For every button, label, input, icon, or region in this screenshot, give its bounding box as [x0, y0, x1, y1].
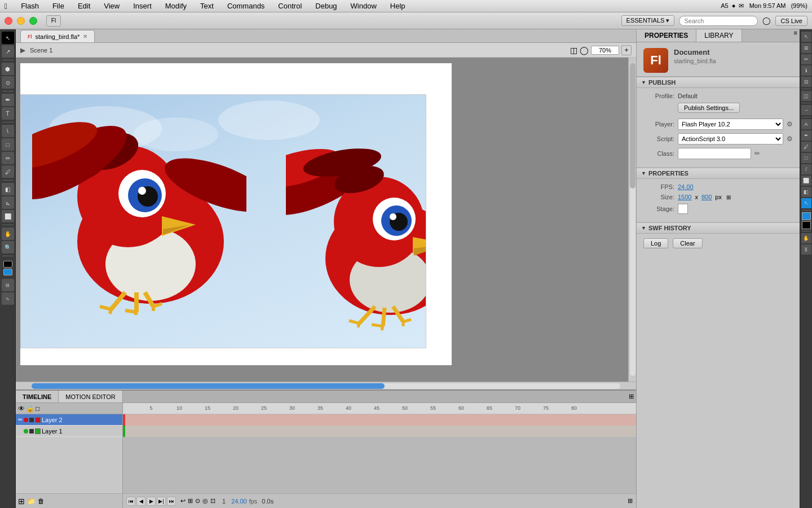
- motion-editor-tab[interactable]: MOTION EDITOR: [59, 391, 122, 402]
- fill-color[interactable]: [3, 269, 12, 275]
- menu-edit[interactable]: Edit: [76, 1, 92, 11]
- stage[interactable]: [20, 63, 452, 365]
- menu-help[interactable]: Help: [388, 1, 408, 11]
- stage-color-swatch[interactable]: [678, 204, 688, 214]
- menu-debug[interactable]: Debug: [313, 1, 339, 11]
- zoom-in-btn[interactable]: +: [621, 45, 632, 55]
- h-scrollbar-thumb[interactable]: [32, 383, 385, 389]
- rt-shapes-icon[interactable]: □: [801, 153, 811, 163]
- layer-1-name[interactable]: Layer 1: [42, 428, 120, 435]
- v-scrollbar-thumb[interactable]: [630, 63, 636, 189]
- menu-insert[interactable]: Insert: [131, 1, 154, 11]
- menu-window[interactable]: Window: [348, 1, 379, 11]
- frame-row-1[interactable]: [123, 426, 636, 437]
- eraser-tool[interactable]: ⬜: [2, 210, 14, 222]
- lock-icon[interactable]: 🔒: [26, 405, 34, 413]
- menu-flash[interactable]: Flash: [19, 1, 41, 11]
- rt-align-icon[interactable]: ⊟: [801, 77, 811, 87]
- play-btn[interactable]: ▶: [147, 497, 156, 506]
- rt-eraser-icon[interactable]: ⬜: [801, 176, 811, 186]
- rt-line-icon[interactable]: /: [801, 164, 811, 174]
- height-value[interactable]: 800: [701, 194, 712, 200]
- add-folder-icon[interactable]: 📁: [27, 497, 36, 505]
- tl-expand-icon[interactable]: ⊞: [629, 393, 634, 400]
- maximize-btn[interactable]: [29, 17, 37, 25]
- menu-commands[interactable]: Commands: [225, 1, 267, 11]
- goto-last-btn[interactable]: ⏭: [167, 497, 176, 506]
- fit-scene-icon[interactable]: ◫: [570, 46, 577, 55]
- frame-row-2[interactable]: [123, 414, 636, 426]
- hand-tool[interactable]: ✋: [2, 227, 14, 240]
- log-button[interactable]: Log: [643, 238, 668, 248]
- rt-text-icon[interactable]: A: [801, 119, 811, 129]
- rt-components-icon[interactable]: ◫: [801, 91, 811, 101]
- script-select[interactable]: ActionScript 3.0: [678, 133, 783, 144]
- step-back-btn[interactable]: ◀: [136, 497, 145, 506]
- rt-expand-icon[interactable]: ⊻: [801, 244, 811, 255]
- player-wrench-icon[interactable]: ⚙: [787, 120, 793, 128]
- paint-bucket-tool[interactable]: ◧: [2, 183, 14, 195]
- onion-icon[interactable]: ⊙: [195, 497, 200, 505]
- brush-tool[interactable]: 🖊: [2, 165, 14, 178]
- menu-file[interactable]: File: [50, 1, 67, 11]
- subselect-tool[interactable]: ↗: [2, 45, 14, 58]
- width-value[interactable]: 1500: [678, 194, 691, 200]
- sync-icon[interactable]: ◯: [762, 16, 771, 25]
- menu-control[interactable]: Control: [276, 1, 304, 11]
- rt-pencil-icon[interactable]: ✒: [801, 130, 811, 141]
- close-tab-icon[interactable]: ✕: [83, 33, 87, 40]
- class-input[interactable]: [678, 148, 751, 159]
- rt-info-icon[interactable]: ℹ: [801, 65, 811, 76]
- fps-value[interactable]: 24.00: [678, 183, 694, 190]
- menu-text[interactable]: Text: [198, 1, 216, 11]
- zoom-display[interactable]: 70%: [591, 46, 619, 55]
- eye-icon[interactable]: 👁: [18, 405, 25, 413]
- essentials-button[interactable]: ESSENTIALS ▾: [621, 15, 675, 26]
- close-btn[interactable]: [5, 17, 12, 25]
- rt-edit-icon[interactable]: ✏: [801, 54, 811, 64]
- eyedropper-tool[interactable]: ⊾: [2, 196, 14, 209]
- layer-row-1[interactable]: ✏ Layer 1: [16, 426, 122, 437]
- sync-icon[interactable]: ⊞: [188, 497, 193, 505]
- edit-multi-icon[interactable]: ⊡: [210, 497, 215, 505]
- file-tab[interactable]: Fl starling_bird.fla* ✕: [20, 30, 95, 42]
- lasso-tool[interactable]: ⊙: [2, 76, 14, 89]
- smooth-btn[interactable]: ∿: [2, 292, 14, 305]
- publish-settings-button[interactable]: Publish Settings...: [678, 103, 740, 113]
- library-tab[interactable]: LIBRARY: [696, 29, 742, 42]
- clip-icon[interactable]: ◯: [580, 46, 589, 55]
- horizontal-scrollbar[interactable]: [16, 382, 636, 389]
- rt-motion-icon[interactable]: →: [801, 105, 811, 115]
- rt-hand-icon[interactable]: ✋: [801, 233, 811, 243]
- zoom-tool[interactable]: 🔍: [2, 241, 14, 253]
- apple-menu[interactable]: : [5, 2, 7, 11]
- clear-button[interactable]: Clear: [673, 238, 702, 248]
- resize-icon[interactable]: ⊞: [726, 194, 731, 200]
- vertical-scrollbar[interactable]: [628, 58, 636, 382]
- menu-modify[interactable]: Modify: [163, 1, 189, 11]
- select-tool[interactable]: ↖: [2, 32, 14, 44]
- rt-color-black[interactable]: [802, 221, 811, 229]
- rt-fill-icon[interactable]: ◧: [801, 187, 811, 197]
- panel-expand-icon[interactable]: ≡: [794, 29, 797, 42]
- search-input[interactable]: [679, 16, 758, 26]
- step-forward-btn[interactable]: ▶|: [157, 497, 166, 506]
- line-tool[interactable]: \: [2, 125, 14, 137]
- class-wrench-icon[interactable]: ✏: [754, 150, 760, 157]
- loop-icon[interactable]: ↩: [180, 497, 186, 505]
- goto-first-btn[interactable]: ⏮: [126, 497, 135, 506]
- delete-layer-icon[interactable]: 🗑: [38, 497, 45, 505]
- window-icon[interactable]: Fl: [46, 15, 61, 27]
- add-layer-icon[interactable]: ⊞: [18, 497, 25, 506]
- v-scrollbar-track[interactable]: [630, 63, 636, 376]
- text-tool[interactable]: T: [2, 107, 14, 120]
- rect-tool[interactable]: □: [2, 138, 14, 151]
- stroke-color[interactable]: [3, 261, 12, 268]
- rt-cursor2-icon[interactable]: ↖: [801, 198, 811, 208]
- h-scrollbar-track[interactable]: [32, 383, 620, 389]
- timeline-end-icon[interactable]: ⊞: [628, 497, 633, 505]
- scene-label[interactable]: Scene 1: [30, 47, 52, 54]
- pencil-tool[interactable]: ✏: [2, 152, 14, 164]
- menu-view[interactable]: View: [102, 1, 122, 11]
- publish-section-header[interactable]: ▼ PUBLISH: [637, 77, 800, 88]
